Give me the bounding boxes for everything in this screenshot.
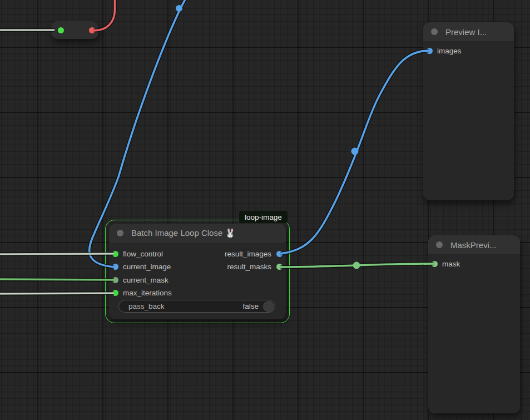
link-dot-green-right[interactable] (353, 262, 360, 269)
input-row-flow-control: flow_control (109, 248, 163, 260)
wire-current-mask (0, 279, 114, 280)
wire-max-iterations-hilite (0, 293, 114, 294)
flow-control-input-port[interactable] (112, 251, 118, 257)
widget-value: false (242, 302, 259, 310)
wire-flow-hilite (0, 254, 114, 254)
max-iterations-input-port[interactable] (112, 290, 118, 296)
result-images-output-port[interactable] (276, 251, 283, 257)
node-tag-label: loop-image (245, 213, 282, 221)
mask-input-port[interactable] (432, 261, 438, 267)
link-dot-blue-top[interactable] (176, 5, 182, 12)
wire-flow-shadow (0, 254, 114, 254)
wire-max-iterations (0, 293, 114, 294)
node-graph-canvas[interactable]: Preview I... images MaskPrevi... mask lo… (0, 0, 530, 420)
input-row-current-image: current_image (109, 260, 171, 273)
collapse-dot-icon[interactable] (117, 230, 123, 236)
wire-blue-right-shadow (280, 51, 429, 254)
node-title: Batch Image Loop Close 🐰 (131, 228, 235, 238)
wire-current-mask-shadow (0, 279, 114, 280)
collapse-dot-icon[interactable] (431, 28, 438, 35)
port-label: images (437, 47, 462, 55)
toggle-knob[interactable] (263, 301, 274, 312)
wire-flow (0, 254, 114, 254)
node-tag-loop-image: loop-image (239, 211, 288, 223)
input-row-mask: mask (428, 258, 460, 270)
wire-green-right (280, 264, 434, 267)
images-input-port[interactable] (427, 48, 433, 54)
link-dot-blue-right[interactable] (351, 148, 359, 155)
node-title: Preview I... (445, 27, 487, 37)
batch-loop-node-header[interactable]: Batch Image Loop Close 🐰 (109, 224, 286, 243)
preview-image-node-header[interactable]: Preview I... (423, 22, 514, 41)
reroute-output-port[interactable] (89, 27, 95, 33)
port-label: result_masks (227, 263, 271, 271)
current-image-input-port[interactable] (112, 264, 118, 270)
batch-image-loop-close-node[interactable]: Batch Image Loop Close 🐰 flow_control cu… (109, 224, 286, 319)
port-label: max_iterations (123, 289, 172, 297)
pass-back-toggle-widget[interactable]: pass_back false (118, 300, 275, 313)
port-label: result_images (225, 250, 271, 258)
wire-green-right-shadow (280, 264, 434, 267)
result-masks-output-port[interactable] (276, 264, 283, 270)
port-label: current_mask (123, 276, 169, 284)
output-row-result-images: result_images (225, 248, 286, 260)
wire-max-iterations-shadow (0, 293, 114, 294)
port-label: mask (442, 260, 460, 268)
widget-label: pass_back (128, 302, 242, 310)
node-title: MaskPrevi... (450, 240, 497, 250)
port-label: flow_control (123, 250, 163, 258)
mask-preview-node-header[interactable]: MaskPrevi... (428, 235, 520, 254)
input-row-images: images (423, 45, 462, 57)
current-mask-input-port[interactable] (112, 277, 118, 283)
mask-preview-node[interactable]: MaskPrevi... mask (428, 235, 520, 413)
preview-image-node[interactable]: Preview I... images (423, 22, 514, 200)
wire-blue-right (280, 51, 429, 254)
collapse-dot-icon[interactable] (436, 241, 443, 248)
input-row-current-mask: current_mask (109, 274, 169, 286)
collapsed-reroute-node[interactable] (51, 21, 98, 39)
input-row-max-iterations: max_iterations (109, 286, 172, 299)
reroute-input-port[interactable] (58, 27, 64, 33)
output-row-result-masks: result_masks (227, 260, 286, 273)
port-label: current_image (123, 263, 171, 271)
